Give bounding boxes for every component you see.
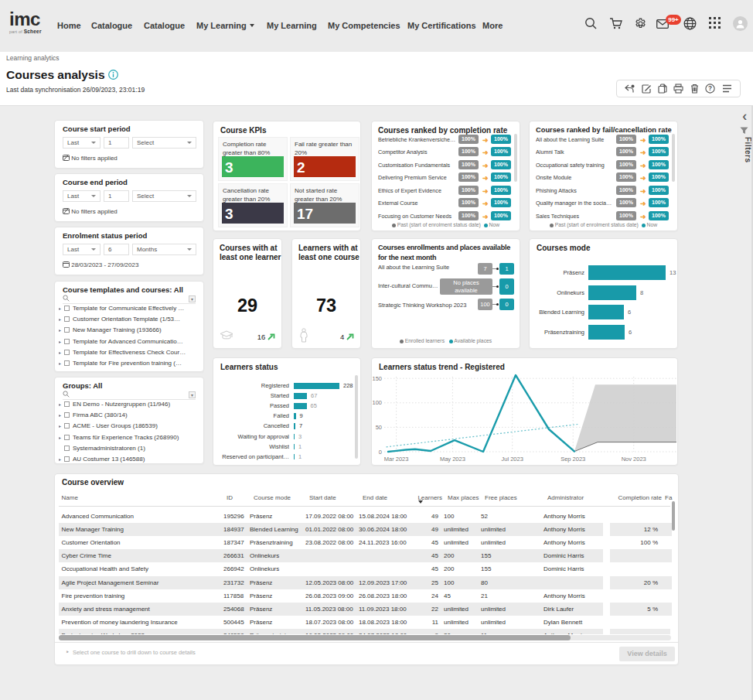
svg-text:0: 0	[379, 449, 382, 456]
svg-text:Nov 2023: Nov 2023	[622, 456, 646, 463]
svg-text:Sep 2023: Sep 2023	[560, 456, 585, 463]
svg-text:100: 100	[372, 399, 382, 406]
svg-text:Jul 2023: Jul 2023	[502, 456, 523, 463]
svg-text:150: 150	[372, 375, 382, 382]
svg-text:Mar 2023: Mar 2023	[384, 456, 409, 463]
svg-text:May 2023: May 2023	[440, 456, 465, 463]
svg-text:50: 50	[376, 424, 382, 431]
svg-text:?: ?	[708, 85, 712, 92]
